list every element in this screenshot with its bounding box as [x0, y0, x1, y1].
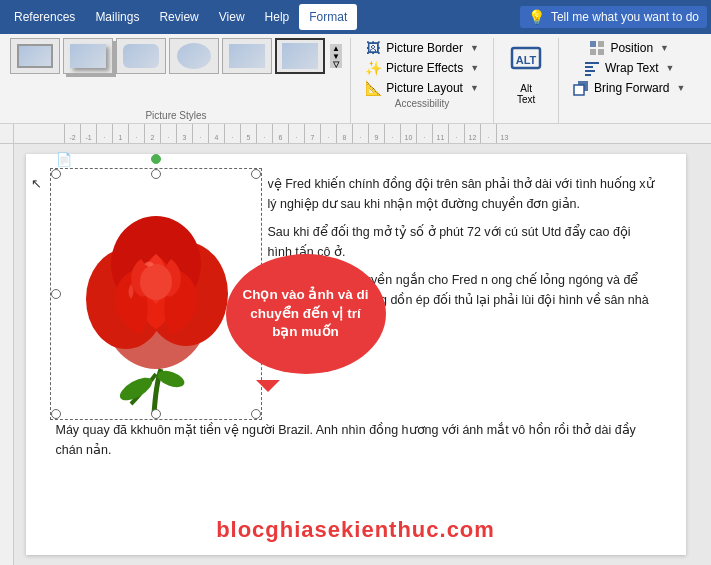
- tick-2: ·: [128, 124, 144, 143]
- wrap-text-row: Wrap Text ▼: [578, 58, 681, 78]
- bring-forward-chevron: ▼: [676, 83, 685, 93]
- svg-rect-9: [585, 74, 591, 76]
- rose-image: [56, 174, 256, 414]
- svg-point-19: [140, 264, 172, 300]
- picture-layout-button[interactable]: 📐 Picture Layout ▼: [359, 78, 485, 98]
- position-icon: [589, 40, 605, 56]
- tick-11: 6: [272, 124, 288, 143]
- search-label: Tell me what you want to do: [551, 10, 699, 24]
- handle-bottom-center[interactable]: [151, 409, 161, 419]
- content-area: -2 -1 · 1 · 2 · 3 · 4 · 5 · 6 · 7 · 8 · …: [0, 124, 711, 565]
- alt-text-icon: ALT: [510, 42, 542, 81]
- tick-8: ·: [224, 124, 240, 143]
- bring-forward-label: Bring Forward: [594, 81, 669, 95]
- menu-mailings[interactable]: Mailings: [85, 4, 149, 30]
- tick-23: 12: [464, 124, 480, 143]
- tick-15: 8: [336, 124, 352, 143]
- tick-22: ·: [448, 124, 464, 143]
- tick-3: 2: [144, 124, 160, 143]
- ruler-ticks: -2 -1 · 1 · 2 · 3 · 4 · 5 · 6 · 7 · 8 · …: [14, 124, 711, 143]
- ruler-corner: [0, 124, 14, 144]
- wrap-text-button[interactable]: Wrap Text ▼: [578, 58, 681, 78]
- handle-top-left[interactable]: [51, 169, 61, 179]
- tick-25: 13: [496, 124, 512, 143]
- svg-text:ALT: ALT: [516, 54, 537, 66]
- svg-rect-3: [598, 41, 604, 47]
- menu-view[interactable]: View: [209, 4, 255, 30]
- tick-17: 9: [368, 124, 384, 143]
- tick-19: 10: [400, 124, 416, 143]
- document-page: ↖: [26, 154, 686, 555]
- layout-options-icon[interactable]: 📄: [56, 152, 72, 167]
- picture-border-chevron: ▼: [470, 43, 479, 53]
- tick-9: 5: [240, 124, 256, 143]
- svg-rect-11: [574, 85, 584, 95]
- handle-bottom-right[interactable]: [251, 409, 261, 419]
- tick-18: ·: [384, 124, 400, 143]
- menu-review[interactable]: Review: [149, 4, 208, 30]
- paragraph-4: Máy quay đã kkhuôn mặt tiền vệ người Bra…: [56, 420, 656, 460]
- tick-14: ·: [320, 124, 336, 143]
- handle-middle-left[interactable]: [51, 289, 61, 299]
- tick-21: 11: [432, 124, 448, 143]
- p1-text: vệ Fred khiến chính đồng đội trên sân ph…: [268, 177, 654, 211]
- menu-help[interactable]: Help: [255, 4, 300, 30]
- pic-style-2[interactable]: [63, 38, 113, 74]
- tick-12: ·: [288, 124, 304, 143]
- picture-layout-icon: 📐: [365, 80, 381, 96]
- tick-1: 1: [112, 124, 128, 143]
- document-area: ↖: [0, 144, 711, 565]
- pic-style-5[interactable]: [222, 38, 272, 74]
- handle-rotate[interactable]: [151, 154, 161, 164]
- bring-forward-button[interactable]: Bring Forward ▼: [567, 78, 691, 98]
- position-row: Position ▼: [583, 38, 675, 58]
- cursor-arrow: ↖: [31, 176, 42, 191]
- tooltip-balloon: Chọn vào ảnh và di chuyển đến vị trí bạn…: [226, 254, 386, 374]
- search-box[interactable]: 💡 Tell me what you want to do: [520, 6, 707, 28]
- picture-styles-label: Picture Styles: [145, 110, 206, 123]
- alt-text-button[interactable]: ALT Alt Text: [502, 38, 550, 108]
- picture-effects-button[interactable]: ✨ Picture Effects ▼: [359, 58, 485, 78]
- ribbon-group-arrange: Position ▼ Wrap Text ▼ Bring Forward ▼: [563, 38, 699, 123]
- watermark: blocghiasekienthuc.com: [216, 517, 495, 543]
- pic-style-1[interactable]: [10, 38, 60, 74]
- tick-20: ·: [416, 124, 432, 143]
- wrap-text-icon: [584, 60, 600, 76]
- handle-top-center[interactable]: [151, 169, 161, 179]
- pic-style-4[interactable]: [169, 38, 219, 74]
- picture-effects-chevron: ▼: [470, 63, 479, 73]
- menu-format[interactable]: Format: [299, 4, 357, 30]
- tick-6: ·: [192, 124, 208, 143]
- picture-layout-chevron: ▼: [470, 83, 479, 93]
- handle-bottom-left[interactable]: [51, 409, 61, 419]
- ruler: -2 -1 · 1 · 2 · 3 · 4 · 5 · 6 · 7 · 8 · …: [0, 124, 711, 144]
- ribbon-group-alt-text: ALT Alt Text: [498, 38, 559, 123]
- ribbon-row-3: 📐 Picture Layout ▼: [359, 78, 485, 98]
- tick-16: ·: [352, 124, 368, 143]
- svg-rect-2: [590, 41, 596, 47]
- pic-styles-row: ▲ ▼ ▽: [10, 38, 342, 74]
- lightbulb-icon: 💡: [528, 9, 545, 25]
- pic-styles-more[interactable]: ▲ ▼ ▽: [330, 44, 342, 68]
- tick-24: ·: [480, 124, 496, 143]
- ribbon-group-picture-styles: ▲ ▼ ▽ Picture Styles: [6, 38, 351, 123]
- image-container[interactable]: 📄 Chọn vào ảnh và di chuyển đến vị trí b…: [56, 174, 256, 414]
- menu-bar: References Mailings Review View Help For…: [0, 0, 711, 34]
- picture-effects-icon: ✨: [365, 60, 381, 76]
- picture-border-icon: 🖼: [365, 40, 381, 56]
- tick-13: 7: [304, 124, 320, 143]
- left-margin-ruler: [0, 144, 14, 565]
- p4-end: khuôn mặt tiền vệ người Brazil. Anh nhìn…: [56, 423, 636, 457]
- bring-forward-row: Bring Forward ▼: [567, 78, 691, 98]
- handle-top-right[interactable]: [251, 169, 261, 179]
- position-button[interactable]: Position ▼: [583, 38, 675, 58]
- position-chevron: ▼: [660, 43, 669, 53]
- pic-style-6-selected[interactable]: [275, 38, 325, 74]
- paragraph-1: vệ Fred khiến chính đồng đội trên sân ph…: [268, 174, 656, 214]
- picture-border-button[interactable]: 🖼 Picture Border ▼: [359, 38, 485, 58]
- position-label: Position: [610, 41, 653, 55]
- tick-7: 4: [208, 124, 224, 143]
- pic-style-3[interactable]: [116, 38, 166, 74]
- svg-rect-7: [585, 66, 593, 68]
- menu-references[interactable]: References: [4, 4, 85, 30]
